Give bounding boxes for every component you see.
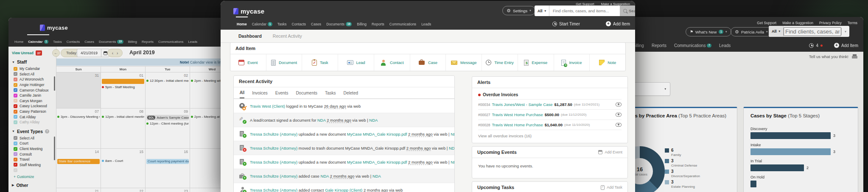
search-scope-select[interactable]: All ▾ [769, 26, 784, 37]
add-case-button[interactable]: Case [410, 54, 446, 71]
activity-link[interactable]: NDA [372, 174, 381, 178]
event-type-checkbox[interactable]: ✓ [14, 163, 17, 167]
staff-row-cat-allday[interactable]: ✓Cat Allday [8, 114, 56, 120]
header-link-make-a-suggestion[interactable]: Make a Suggestion [782, 21, 813, 25]
center-nav-item-billing[interactable]: Billing [357, 22, 367, 26]
chevron-down-icon[interactable]: ▾ [842, 30, 849, 33]
event-type-checkbox[interactable]: ✓ [14, 147, 17, 151]
add-note-button[interactable]: Note [590, 54, 625, 71]
calendar-day-cell[interactable]: 14State Bar conference [56, 149, 101, 188]
search-input[interactable] [784, 27, 841, 36]
add-time-entry-button[interactable]: Time Entry [482, 54, 518, 71]
activity-link[interactable]: Gale Kirsopp (Client) [325, 188, 362, 192]
event-type-row-court[interactable]: ✓Court [8, 141, 56, 146]
add-task-button[interactable]: Add Task [601, 185, 622, 190]
right-nav-item-communications[interactable]: Communications7 [674, 43, 711, 48]
calendar-event[interactable]: 12pm - Client meeting (lunch) [146, 122, 189, 125]
staff-checkbox[interactable]: ✓ [14, 104, 17, 108]
calendar-day-cell[interactable]: 22 [101, 188, 146, 192]
staff-checkbox[interactable]: ✓ [14, 115, 17, 119]
left-nav-item-billing[interactable]: Billing [128, 40, 137, 44]
eye-icon[interactable] [616, 103, 622, 106]
staff-checkbox[interactable]: ✓ [14, 72, 17, 76]
sidebar-scrollbar[interactable] [54, 76, 56, 91]
center-nav-item-leads[interactable]: Leads [421, 22, 431, 26]
add-event-button[interactable]: Add Event [598, 150, 622, 154]
activity-link[interactable]: Tressa Schultze (Attorney) [250, 132, 297, 136]
user-menu-button[interactable]: ⚙ Patricia Avila ▾ [731, 27, 772, 36]
event-type-row-select-all[interactable]: ✓Select All [8, 136, 56, 141]
add-document-button[interactable]: Document [266, 54, 302, 71]
calendar-day-cell[interactable]: 09SOLAdam's Sample Case12pm - Client mee… [146, 109, 190, 149]
mycase-logo[interactable]: mycase [233, 8, 264, 15]
staff-row-carys-morgan[interactable]: ✓Carys Morgan [8, 98, 56, 104]
header-link-get-support[interactable]: Get Support [757, 21, 776, 25]
activity-link[interactable]: NDA [451, 160, 454, 164]
activity-link[interactable]: NDA [451, 132, 454, 136]
search-input[interactable] [549, 6, 620, 16]
event-types-section-header[interactable]: ▼ Event Types ? [8, 125, 56, 136]
activity-tab-tasks[interactable]: Tasks [325, 87, 336, 98]
chevron-left-icon[interactable]: ‹ [112, 51, 113, 56]
staff-row-select-all[interactable]: ✓Select All [8, 72, 56, 77]
calendar-day-cell[interactable]: 158am - Court [101, 149, 146, 188]
search-button[interactable]: Search [620, 6, 635, 16]
calendar-allday-event[interactable] [102, 79, 144, 84]
view-unread-link[interactable]: View Unread 37 [8, 47, 56, 56]
event-type-row-consult[interactable]: ✓Consult [8, 151, 56, 157]
activity-link[interactable]: Tressa Schultze (Attorney) [250, 146, 297, 150]
left-nav-item-tasks[interactable]: Tasks [53, 40, 62, 44]
event-type-row-item[interactable]: ✓ [8, 167, 56, 173]
left-nav-item-documents[interactable]: Documents19 [99, 40, 123, 44]
staff-checkbox[interactable]: ✓ [14, 99, 17, 103]
activity-tab-documents[interactable]: Documents [296, 87, 317, 98]
event-type-checkbox[interactable]: ✓ [14, 168, 17, 172]
staff-checkbox[interactable]: ✓ [14, 83, 17, 87]
activity-tab-events[interactable]: Events [275, 87, 288, 98]
staff-checkbox[interactable]: ✓ [14, 94, 17, 97]
staff-checkbox[interactable]: ✓ [14, 110, 17, 114]
bar-discovery[interactable] [750, 132, 831, 139]
calendar-allday-event[interactable]: Court reporting payment due [146, 159, 189, 164]
bar-intake[interactable] [750, 148, 831, 155]
staff-row-camille-janin[interactable]: ✓Camille Janin [8, 93, 56, 98]
staff-row-casey-lockwood[interactable]: ✓Casey Lockwood [8, 103, 56, 109]
event-type-row-client-meeting[interactable]: ✓Client Meeting [8, 146, 56, 152]
staff-row-casey-patterson[interactable]: ✓Casey Patterson [8, 109, 56, 114]
start-timer-button[interactable]: Start Timer [552, 22, 580, 26]
tab-dashboard[interactable]: Dashboard [238, 33, 262, 39]
center-nav-item-communications[interactable]: Communications [389, 22, 416, 26]
header-link-terms[interactable]: Terms [848, 21, 857, 25]
calendar-day-cell[interactable]: 015pm - Staff Meeting [101, 72, 146, 109]
invoice-case-link[interactable]: Travis Jones/West - Sample Case [492, 102, 552, 107]
center-nav-item-calendar[interactable]: Calendar1 [252, 22, 272, 26]
header-link-privacy-policy[interactable]: Privacy Policy [819, 21, 842, 25]
invoice-case-link[interactable]: Travis West Home Purchase [492, 122, 543, 127]
left-nav-item-calendar[interactable]: Calendar1 [28, 40, 48, 44]
settings-button[interactable]: ⚙ Settings ▾ [502, 6, 535, 15]
activity-link[interactable]: Tressa Schultze (Attorney) [250, 188, 297, 192]
left-nav-item-contacts[interactable]: Contacts [67, 40, 80, 44]
staff-row-cameron-chaloux[interactable]: ✓Cameron Chaloux [8, 87, 56, 93]
left-nav-item-communications[interactable]: Communications [158, 40, 184, 44]
add-contact-button[interactable]: Contact [374, 54, 410, 71]
bar-in-trial[interactable] [750, 164, 804, 171]
add-item-button[interactable]: + Add Item [834, 43, 858, 48]
calendar-event[interactable]: 8am - Court [102, 159, 144, 163]
sidebar-collapse-button[interactable]: ← [52, 49, 60, 57]
customize-link[interactable]: + Customize [8, 173, 56, 179]
activity-tab-deleted[interactable]: Deleted [344, 87, 358, 98]
whats-new-button[interactable]: ⚑ What's New 1 ▾ [686, 27, 731, 36]
help-icon[interactable]: ? [45, 129, 49, 134]
activity-link[interactable]: NDA [317, 118, 326, 122]
prev-next-buttons[interactable]: ‹ › [107, 49, 123, 57]
eye-icon[interactable] [616, 113, 622, 117]
add-message-button[interactable]: Message [446, 54, 482, 71]
sidebar-scrollbar[interactable] [54, 136, 56, 160]
add-item-button[interactable]: + Add Item [606, 21, 630, 26]
invoice-case-link[interactable]: Travis West Home Purchase [492, 112, 543, 117]
chevron-right-icon[interactable]: › [117, 51, 118, 56]
timer-indicator[interactable]: 4 [809, 43, 823, 48]
printer-icon[interactable] [852, 54, 857, 59]
right-nav-item-leads[interactable]: Leads [719, 43, 731, 48]
